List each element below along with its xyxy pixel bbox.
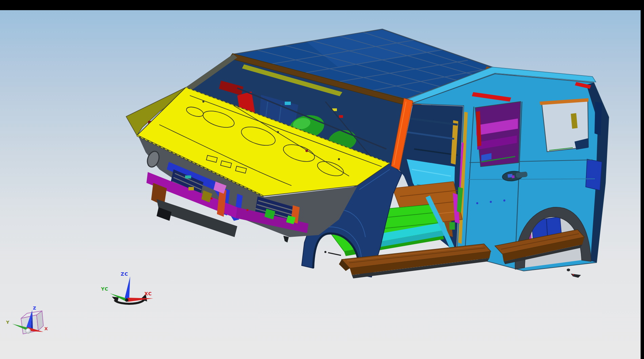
small-part-dot[interactable] — [567, 269, 570, 271]
wcs-yc-axis[interactable] — [110, 293, 127, 302]
wcs-triad[interactable]: ZC YC XC — [101, 271, 153, 304]
bracket-tick-1[interactable] — [328, 253, 341, 255]
rear-body-side-detail[interactable] — [503, 199, 505, 202]
door-handle-detail[interactable] — [512, 175, 515, 178]
clip-teal-bit[interactable] — [185, 175, 191, 178]
datum-csys-triad[interactable]: Z Y X — [6, 305, 48, 334]
small-part-sliver[interactable] — [571, 274, 581, 278]
front-clip-detail[interactable] — [210, 197, 213, 199]
rear-body-side-detail[interactable] — [490, 201, 492, 203]
datum-origin-sphere[interactable] — [26, 329, 31, 334]
hood-assembly-detail[interactable] — [305, 149, 308, 152]
rear-body-side-detail[interactable] — [476, 202, 478, 204]
wcs-origin[interactable] — [125, 298, 128, 302]
datum-z-label: Z — [33, 305, 36, 311]
floating-parts[interactable] — [567, 269, 581, 278]
hood-assembly-detail[interactable] — [277, 131, 279, 133]
cad-scene: ZC YC XC Z Y X — [0, 0, 644, 359]
rear-lamp-blue-panel[interactable] — [586, 159, 602, 190]
wcs-zc-label: ZC — [121, 271, 128, 277]
datum-y-label: Y — [6, 320, 9, 325]
wcs-xc-label: XC — [144, 291, 152, 296]
small-part-red-dot[interactable] — [572, 274, 574, 275]
front-clip-detail[interactable] — [246, 209, 248, 211]
car-model[interactable] — [126, 29, 609, 278]
wcs-zc-axis[interactable] — [124, 276, 130, 301]
clip-gold-bit[interactable] — [188, 187, 194, 190]
small-bracket[interactable] — [283, 236, 289, 242]
wcs-yc-label: YC — [101, 286, 108, 292]
interior-green-bit[interactable] — [449, 222, 455, 230]
interior-red-bit[interactable] — [339, 115, 343, 118]
hood-assembly-detail[interactable] — [202, 101, 204, 103]
quarter-window[interactable] — [540, 98, 588, 152]
rear-door-window[interactable] — [475, 102, 521, 167]
running-boards-detail[interactable] — [324, 251, 326, 253]
datum-x-label: X — [44, 326, 48, 331]
interior-cyan-bit[interactable] — [285, 102, 291, 105]
hood-assembly-detail[interactable] — [338, 158, 340, 160]
